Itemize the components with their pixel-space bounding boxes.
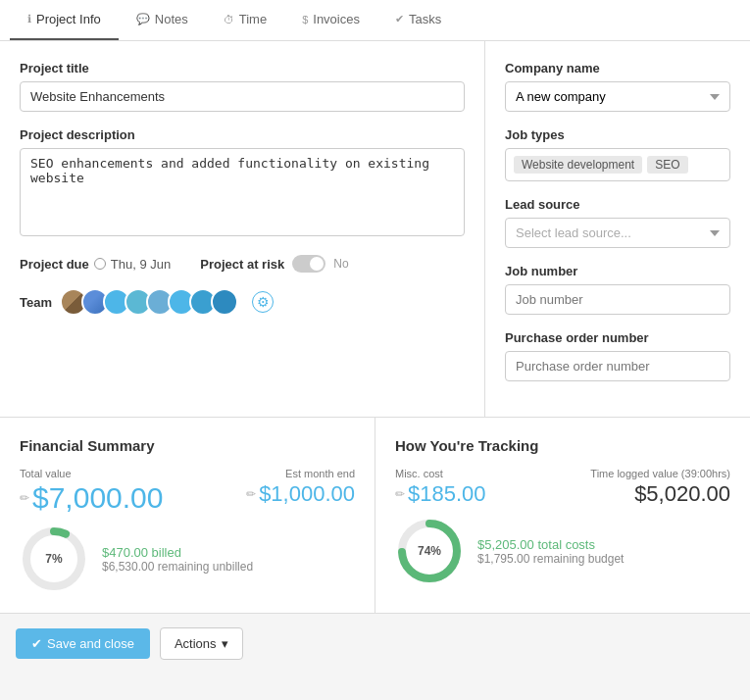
company-name-select[interactable]: A new company xyxy=(505,81,730,112)
risk-toggle-value: No xyxy=(333,257,348,271)
total-value-label: Total value xyxy=(20,468,163,479)
company-name-label: Company name xyxy=(505,61,730,75)
project-title-label: Project title xyxy=(20,61,465,75)
misc-cost-col: Misc. cost ✏ $185.00 xyxy=(395,468,486,507)
project-due: Project due Thu, 9 Jun xyxy=(20,257,171,272)
financial-billed: $470.00 billed xyxy=(102,545,253,560)
company-name-group: Company name A new company xyxy=(505,61,730,112)
tracking-donut-container: 74% xyxy=(395,517,464,585)
avatar-group xyxy=(60,288,238,316)
lead-source-label: Lead source xyxy=(505,197,730,212)
right-panel: Company name A new company Job types Web… xyxy=(485,41,750,417)
save-close-button[interactable]: ✔ Save and close xyxy=(16,628,150,659)
misc-cost-amount: $185.00 xyxy=(408,481,486,507)
info-icon: ℹ xyxy=(27,13,31,25)
misc-cost-val: ✏ $185.00 xyxy=(395,481,486,507)
total-value-edit-icon[interactable]: ✏ xyxy=(20,491,29,505)
tab-notes[interactable]: 💬 Notes xyxy=(119,0,206,40)
tabs-bar: ℹ Project Info 💬 Notes ⏱ Time $ Invoices… xyxy=(0,0,750,41)
notes-icon: 💬 xyxy=(136,13,150,25)
team-label: Team xyxy=(20,295,52,310)
financial-title: Financial Summary xyxy=(20,437,355,454)
checkmark-icon: ✔ xyxy=(31,636,42,651)
time-logged-amount: $5,020.00 xyxy=(590,481,730,507)
left-panel: Project title Project description SEO en… xyxy=(0,41,485,417)
financial-unbilled: $6,530.00 remaining unbilled xyxy=(102,560,253,574)
tracking-remaining-budget: $1,795.00 remaining budget xyxy=(477,552,624,566)
purchase-order-group: Purchase order number xyxy=(505,330,730,381)
tracking-total-costs: $5,205.00 total costs xyxy=(477,537,624,552)
project-title-input[interactable] xyxy=(20,81,465,112)
tracking-donut-row: 74% $5,205.00 total costs $1,795.00 rema… xyxy=(395,517,730,585)
tracking-top: Misc. cost ✏ $185.00 Time logged value (… xyxy=(395,468,730,507)
team-row: Team ⚙ xyxy=(20,288,465,316)
est-month-end-amount: $1,000.00 xyxy=(259,481,355,507)
project-at-risk: Project at risk No xyxy=(200,255,348,273)
project-description-label: Project description xyxy=(20,127,465,142)
project-at-risk-label: Project at risk xyxy=(200,257,284,272)
lead-source-select[interactable]: Select lead source... xyxy=(505,218,730,248)
job-number-label: Job number xyxy=(505,264,730,278)
financial-donut-row: 7% $470.00 billed $6,530.00 remaining un… xyxy=(20,525,355,593)
est-month-end-label: Est month end xyxy=(246,468,355,479)
job-number-group: Job number xyxy=(505,264,730,315)
tab-time[interactable]: ⏱ Time xyxy=(206,0,284,40)
tracking-title: How You're Tracking xyxy=(395,437,730,454)
est-month-end-col: Est month end ✏ $1,000.00 xyxy=(246,468,355,515)
chevron-down-icon: ▾ xyxy=(222,636,228,651)
add-member-button[interactable]: ⚙ xyxy=(252,291,274,313)
project-title-group: Project title xyxy=(20,61,465,112)
total-value-amount: $7,000.00 xyxy=(32,481,163,515)
project-description-group: Project description SEO enhancements and… xyxy=(20,127,465,239)
job-types-box[interactable]: Website development SEO xyxy=(505,148,730,181)
purchase-order-label: Purchase order number xyxy=(505,330,730,345)
total-value-col: Total value ✏ $7,000.00 xyxy=(20,468,163,515)
est-month-end: ✏ $1,000.00 xyxy=(246,481,355,507)
time-logged-col: Time logged value (39:00hrs) $5,020.00 xyxy=(590,468,730,507)
financial-donut-info: $470.00 billed $6,530.00 remaining unbil… xyxy=(102,545,253,574)
calendar-icon xyxy=(94,258,106,270)
job-types-label: Job types xyxy=(505,127,730,142)
footer: ✔ Save and close Actions ▾ xyxy=(0,613,750,674)
tracking-panel: How You're Tracking Misc. cost ✏ $185.00… xyxy=(375,418,750,613)
financial-donut-container: 7% xyxy=(20,525,88,593)
job-types-group: Job types Website development SEO xyxy=(505,127,730,181)
actions-button[interactable]: Actions ▾ xyxy=(160,627,243,660)
project-meta-row: Project due Thu, 9 Jun Project at risk N… xyxy=(20,255,465,273)
tab-invoices[interactable]: $ Invoices xyxy=(284,0,377,40)
lead-source-group: Lead source Select lead source... xyxy=(505,197,730,248)
misc-cost-label: Misc. cost xyxy=(395,468,486,479)
total-value: ✏ $7,000.00 xyxy=(20,481,163,515)
financial-donut-label: 7% xyxy=(45,552,62,566)
main-content: Project title Project description SEO en… xyxy=(0,41,750,418)
job-tag-1: Website development xyxy=(514,156,642,174)
project-due-label: Project due xyxy=(20,257,89,272)
risk-toggle[interactable] xyxy=(292,255,325,273)
tasks-icon: ✔ xyxy=(395,13,404,25)
avatar-8[interactable] xyxy=(211,288,238,316)
toggle-knob xyxy=(310,257,324,271)
job-number-input[interactable] xyxy=(505,284,730,315)
bottom-panels: Financial Summary Total value ✏ $7,000.0… xyxy=(0,418,750,613)
purchase-order-input[interactable] xyxy=(505,351,730,381)
time-icon: ⏱ xyxy=(224,14,234,25)
job-tag-2: SEO xyxy=(647,156,687,174)
tab-tasks[interactable]: ✔ Tasks xyxy=(377,0,459,40)
invoices-icon: $ xyxy=(302,14,308,25)
est-edit-icon[interactable]: ✏ xyxy=(246,487,256,501)
financial-summary-top: Total value ✏ $7,000.00 Est month end ✏ … xyxy=(20,468,355,515)
misc-edit-icon[interactable]: ✏ xyxy=(395,487,405,501)
time-logged-label: Time logged value (39:00hrs) xyxy=(590,468,730,479)
tracking-donut-label: 74% xyxy=(418,544,441,558)
project-description-input[interactable]: SEO enhancements and added functionality… xyxy=(20,148,465,236)
tracking-donut-info: $5,205.00 total costs $1,795.00 remainin… xyxy=(477,537,624,566)
financial-panel: Financial Summary Total value ✏ $7,000.0… xyxy=(0,418,375,613)
project-due-value: Thu, 9 Jun xyxy=(111,257,171,272)
tab-project-info[interactable]: ℹ Project Info xyxy=(10,0,119,40)
